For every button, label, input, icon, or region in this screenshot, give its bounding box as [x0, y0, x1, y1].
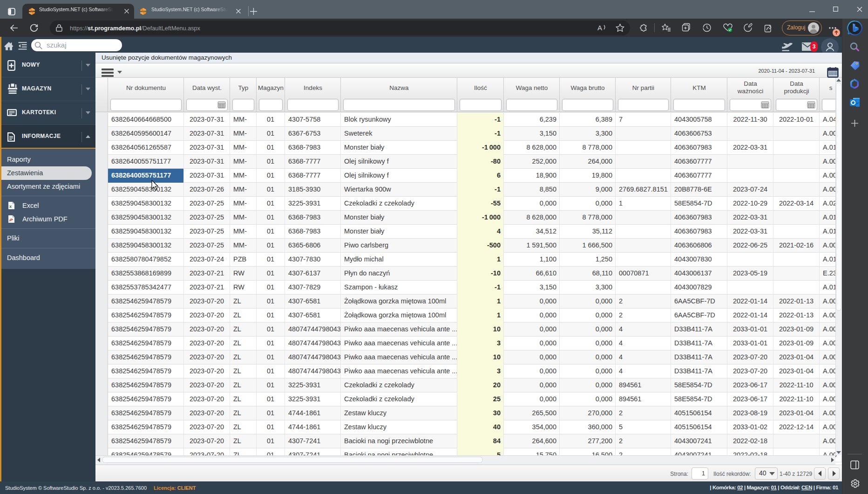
svg-text:x: x	[9, 204, 12, 209]
svg-text:A: A	[597, 24, 602, 32]
